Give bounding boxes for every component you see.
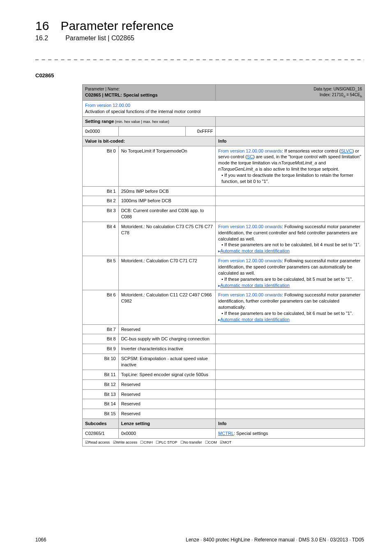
version-line: From version 12.00.00 bbox=[85, 102, 362, 109]
index-label: Index: 21710d = 54CEh bbox=[218, 92, 362, 99]
document-id: Lenze · 8400 protec HighLine · Reference… bbox=[186, 537, 364, 543]
subcode-value: 0x0000 bbox=[118, 428, 215, 438]
bit-name: SCPSM: Extrapolation - actual speed valu… bbox=[118, 354, 215, 370]
access-legend: Read access Write access CINH PLC STOP N… bbox=[83, 438, 365, 446]
empty-cell bbox=[216, 399, 365, 409]
subcodes-header: Subcodes bbox=[83, 419, 119, 429]
bit-label: Bit 0 bbox=[83, 146, 119, 186]
cinh-access: CINH bbox=[140, 440, 152, 444]
empty-cell bbox=[216, 409, 365, 419]
page-number: 1066 bbox=[35, 537, 46, 543]
page-header: 16 Parameter reference 16.2 Parameter li… bbox=[0, 0, 392, 42]
bit-name: No TorqueLimit if TorquemodeOn bbox=[118, 146, 215, 186]
bit-name: Motorident.: Calculation C11 C22 C497 C9… bbox=[118, 290, 215, 324]
empty-cell bbox=[216, 379, 365, 389]
info-header: Info bbox=[216, 419, 365, 429]
auto-motor-ident-link[interactable]: Automatic motor data identification bbox=[220, 317, 290, 322]
activation-line: Activation of special functions of the i… bbox=[85, 109, 362, 115]
bit-label: Bit 10 bbox=[83, 354, 119, 370]
bit-info: From version 12.00.00 onwards: Following… bbox=[216, 290, 365, 324]
slvc-link[interactable]: SLVC bbox=[341, 148, 352, 153]
setting-range-header: Setting range (min. hex value | max. hex… bbox=[83, 116, 216, 126]
subcode-info: MCTRL: Special settings bbox=[216, 428, 365, 438]
separator-dashes: _ _ _ _ _ _ _ _ _ _ _ _ _ _ _ _ _ _ _ _ … bbox=[35, 53, 364, 60]
empty-cell bbox=[118, 126, 185, 136]
bit-label: Bit 14 bbox=[83, 399, 119, 409]
empty-cell bbox=[216, 206, 365, 222]
bit-name: Reserved bbox=[118, 379, 215, 389]
bit-label: Bit 5 bbox=[83, 256, 119, 290]
bit4-bullet: If these parameters are not to be calcul… bbox=[221, 242, 362, 248]
version-activation-cell: From version 12.00.00 Activation of spec… bbox=[83, 101, 365, 117]
empty-cell bbox=[216, 389, 365, 399]
bit-name: Motorident.: Calculation C70 C71 C72 bbox=[118, 256, 215, 290]
range-min: 0x0000 bbox=[83, 126, 119, 136]
empty-cell bbox=[216, 186, 365, 196]
chapter-number: 16 bbox=[35, 19, 49, 33]
empty-cell bbox=[216, 344, 365, 354]
parameter-table: Parameter | Name: C02865 | MCTRL: Specia… bbox=[82, 84, 365, 446]
bit-name: DCB: Current controller and C036 app. to… bbox=[118, 206, 215, 222]
bit-label: Bit 4 bbox=[83, 222, 119, 256]
bit-label: Bit 7 bbox=[83, 324, 119, 334]
auto-motor-ident-link[interactable]: Automatic motor data identification bbox=[220, 283, 290, 288]
section-title: Parameter list | C02865 bbox=[65, 35, 134, 42]
bit-name: DC-bus supply with DC charging connectio… bbox=[118, 334, 215, 344]
info-header: Info bbox=[216, 136, 365, 146]
empty-cell bbox=[216, 334, 365, 344]
chapter-title: Parameter reference bbox=[60, 19, 173, 33]
param-name-cell: Parameter | Name: C02865 | MCTRL: Specia… bbox=[83, 85, 216, 101]
bit-label: Bit 1 bbox=[83, 186, 119, 196]
write-access: Write access bbox=[113, 440, 137, 444]
empty-cell bbox=[216, 126, 365, 136]
datatype-label: Data type: UNSIGNED_16 bbox=[218, 86, 362, 92]
range-max: 0xFFFF bbox=[185, 126, 215, 136]
bit-name: Reserved bbox=[118, 324, 215, 334]
empty-cell bbox=[216, 116, 365, 126]
section-number: 16.2 bbox=[35, 35, 48, 42]
com-access: COM bbox=[205, 440, 217, 444]
subcode-code: C02865/1 bbox=[83, 428, 119, 438]
bit-label: Bit 11 bbox=[83, 370, 119, 379]
bit-label: Bit 3 bbox=[83, 206, 119, 222]
bit-label: Bit 15 bbox=[83, 409, 119, 419]
param-meta-label: Parameter | Name: bbox=[85, 86, 213, 92]
bit-name: Inverter characteristics inactive bbox=[118, 344, 215, 354]
bit-info: From version 12.00.00 onwards: Following… bbox=[216, 222, 365, 256]
bit0-bullet: If you want to deactivate the torque lim… bbox=[221, 172, 362, 185]
value-bitcoded-header: Value is bit-coded: bbox=[83, 136, 216, 146]
bit-label: Bit 9 bbox=[83, 344, 119, 354]
empty-cell bbox=[216, 324, 365, 334]
mctrl-link[interactable]: MCTRL bbox=[218, 431, 234, 436]
sc-link[interactable]: SC bbox=[247, 154, 253, 159]
bit-label: Bit 13 bbox=[83, 389, 119, 399]
bit-info: From version 12.00.00 onwards: Following… bbox=[216, 256, 365, 290]
lenze-setting-header: Lenze setting bbox=[118, 419, 215, 429]
bit-label: Bit 2 bbox=[83, 196, 119, 206]
bit6-bullet: If these parameters are to be calculated… bbox=[221, 310, 362, 317]
parameter-code-heading: C02865 bbox=[35, 72, 392, 79]
bit-name: TopLine: Speed encoder signal cycle 500u… bbox=[118, 370, 215, 379]
bit-name: Motorident.: No calculation C73 C75 C76 … bbox=[118, 222, 215, 256]
empty-cell bbox=[216, 196, 365, 206]
bit-label: Bit 8 bbox=[83, 334, 119, 344]
bit-label: Bit 12 bbox=[83, 379, 119, 389]
param-name: C02865 | MCTRL: Special settings bbox=[85, 92, 213, 98]
auto-motor-ident-link[interactable]: Automatic motor data identification bbox=[220, 248, 290, 253]
bit-name: Reserved bbox=[118, 389, 215, 399]
mot-access: MOT bbox=[220, 440, 231, 444]
bit-name: Reserved bbox=[118, 409, 215, 419]
bit-name: 1000ms IMP before DCB bbox=[118, 196, 215, 206]
plcstop-access: PLC STOP bbox=[156, 440, 177, 444]
read-access: Read access bbox=[85, 440, 110, 444]
bit-name: 250ms IMP before DCB bbox=[118, 186, 215, 196]
empty-cell bbox=[216, 354, 365, 370]
notransfer-access: No transfer bbox=[180, 440, 202, 444]
empty-cell bbox=[216, 370, 365, 379]
bit-info: From version 12.00.00 onwards: If sensor… bbox=[216, 146, 365, 186]
bit5-bullet: If these parameters are to be calculated… bbox=[221, 276, 362, 282]
page-footer: 1066 Lenze · 8400 protec HighLine · Refe… bbox=[35, 537, 364, 543]
bit-name: Reserved bbox=[118, 399, 215, 409]
datatype-cell: Data type: UNSIGNED_16 Index: 21710d = 5… bbox=[216, 85, 365, 101]
bit-label: Bit 6 bbox=[83, 290, 119, 324]
